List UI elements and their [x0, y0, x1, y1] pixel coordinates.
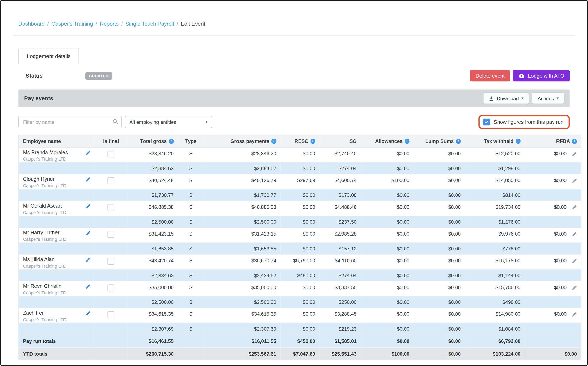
- allowances-value: $0.00: [361, 269, 413, 281]
- is-final-checkbox[interactable]: [107, 231, 114, 238]
- col-header-type: Type: [178, 135, 204, 147]
- employee-name: Mr Harry Turner: [23, 230, 83, 236]
- panel-title: Pay events: [24, 95, 53, 101]
- gross-payments-value: $2,307.69: [204, 323, 280, 335]
- type-value: S: [178, 216, 204, 228]
- info-icon[interactable]: i: [169, 139, 174, 144]
- edit-rfba-icon[interactable]: [572, 178, 577, 183]
- filter-by-name-input[interactable]: [18, 116, 122, 128]
- edit-rfba-icon[interactable]: [572, 151, 577, 156]
- download-label: Download: [497, 95, 519, 101]
- edit-employee-icon[interactable]: [86, 150, 90, 155]
- edit-rfba-icon[interactable]: [572, 285, 577, 290]
- tax-withheld-value: $498.00: [465, 296, 525, 308]
- tax-withheld-value: $1,176.00: [465, 216, 525, 228]
- lump-sums-value: $0.00: [413, 228, 465, 243]
- edit-employee-icon[interactable]: [86, 204, 90, 209]
- gross-payments-value: $2,500.00: [204, 216, 280, 228]
- edit-rfba-icon[interactable]: [572, 232, 577, 236]
- gross-payments-value: $2,500.00: [204, 296, 280, 308]
- total-gross-value: $2,307.69: [127, 323, 178, 335]
- header-divider: [13, 35, 575, 36]
- payrun-sg: $1,585.01: [319, 335, 361, 347]
- ytd-allowances: $100.00: [361, 347, 413, 360]
- allowances-value: $0.00: [361, 296, 413, 308]
- employee-ytd-row: Mr Reyn Christin Casper's Training LTD $…: [19, 281, 581, 296]
- sg-value: $4,600.74: [319, 174, 361, 189]
- tax-withheld-value: $15,786.00: [465, 281, 525, 296]
- info-icon[interactable]: i: [572, 139, 577, 144]
- edit-employee-icon[interactable]: [86, 257, 90, 262]
- resc-value: $0.00: [280, 308, 320, 323]
- employing-entities-select[interactable]: All employing entities ▾: [125, 116, 212, 128]
- info-icon[interactable]: i: [516, 139, 520, 144]
- is-final-checkbox[interactable]: [107, 258, 114, 265]
- resc-value: $0.00: [280, 216, 320, 228]
- payrun-total-gross: $16,461.55: [127, 335, 178, 347]
- employing-entities-value: All employing entities: [129, 119, 176, 125]
- employee-company: Casper's Training LTD: [23, 290, 83, 296]
- resc-value: $0.00: [280, 147, 320, 162]
- lump-sums-value: $0.00: [413, 323, 465, 335]
- info-icon[interactable]: i: [404, 139, 409, 144]
- gross-payments-value: $2,434.62: [204, 269, 280, 281]
- edit-employee-icon[interactable]: [86, 284, 90, 289]
- type-value: S: [178, 228, 204, 243]
- employee-company: Casper's Training LTD: [23, 210, 83, 216]
- allowances-value: $0.00: [361, 281, 413, 296]
- total-gross-value: $40,524.48: [127, 174, 178, 189]
- gross-payments-value: $1,653.85: [204, 243, 280, 254]
- edit-rfba-icon[interactable]: [572, 312, 577, 317]
- info-icon[interactable]: i: [310, 139, 315, 144]
- tax-withheld-value: $12,520.00: [465, 147, 525, 162]
- is-final-checkbox[interactable]: [107, 204, 114, 211]
- employee-name: Ms Hilda Alan: [23, 257, 83, 263]
- lump-sums-value: $0.00: [413, 281, 465, 296]
- is-final-checkbox[interactable]: [107, 177, 114, 184]
- ytd-tax-withheld: $103,224.00: [465, 347, 525, 360]
- breadcrumb-link-single-touch-payroll[interactable]: Single Touch Payroll: [126, 21, 174, 27]
- col-header-gross-payments: Gross paymentsi: [204, 135, 280, 147]
- table-header-row: Employee name Is final Total grossi Type…: [19, 135, 581, 147]
- tax-withheld-value: $19,734.00: [465, 201, 525, 216]
- edit-employee-icon[interactable]: [86, 177, 90, 182]
- type-value: S: [178, 281, 204, 296]
- is-final-checkbox[interactable]: [107, 311, 114, 318]
- allowances-value: $0.00: [361, 308, 413, 323]
- breadcrumb-link-reports[interactable]: Reports: [100, 21, 119, 27]
- is-final-checkbox[interactable]: [107, 284, 114, 291]
- type-value: S: [178, 308, 204, 323]
- resc-value: $0.00: [280, 243, 320, 254]
- employee-ytd-row: Ms Brenda Morales Casper's Training LTD …: [19, 147, 581, 162]
- edit-rfba-icon[interactable]: [572, 259, 577, 263]
- employee-payrun-row: $2,884.62 S $2,434.62 $450.00 $274.04 $0…: [19, 269, 581, 281]
- breadcrumb-link-caspers-training[interactable]: Casper's Training: [51, 21, 93, 27]
- type-value: S: [178, 189, 204, 201]
- pay-run-totals-label: Pay run totals: [19, 335, 95, 347]
- employee-payrun-row: $2,307.69 S $2,307.69 $0.00 $219.23 $0.0…: [19, 323, 581, 335]
- lump-sums-value: $0.00: [413, 254, 465, 269]
- breadcrumb-link-dashboard[interactable]: Dashboard: [18, 21, 45, 27]
- employee-ytd-row: Mr Gerald Ascart Casper's Training LTD $…: [19, 201, 581, 216]
- col-header-total-gross: Total grossi: [127, 135, 178, 147]
- sg-value: $2,740.40: [319, 147, 361, 162]
- tab-bar: Lodgement details: [18, 48, 570, 64]
- info-icon[interactable]: i: [271, 139, 276, 144]
- info-icon[interactable]: i: [456, 139, 461, 144]
- download-button[interactable]: Download ▾: [483, 92, 529, 104]
- employee-name: Mr Reyn Christin: [23, 283, 83, 290]
- tab-lodgement-details[interactable]: Lodgement details: [18, 48, 79, 64]
- is-final-checkbox[interactable]: [107, 151, 114, 158]
- edit-rfba-icon[interactable]: [572, 205, 577, 210]
- resc-value: $450.00: [280, 269, 320, 281]
- show-figures-checkbox[interactable]: [483, 119, 490, 126]
- lodge-with-ato-button[interactable]: Lodge with ATO: [513, 70, 570, 81]
- edit-employee-icon[interactable]: [86, 230, 90, 235]
- delete-event-button[interactable]: Delete event: [470, 70, 510, 81]
- actions-button[interactable]: Actions ▾: [532, 92, 564, 104]
- lump-sums-value: $0.00: [413, 296, 465, 308]
- edit-employee-icon[interactable]: [86, 311, 90, 316]
- allowances-value: $0.00: [361, 323, 413, 335]
- pay-events-table: Employee name Is final Total grossi Type…: [18, 135, 581, 360]
- download-icon: [489, 96, 494, 101]
